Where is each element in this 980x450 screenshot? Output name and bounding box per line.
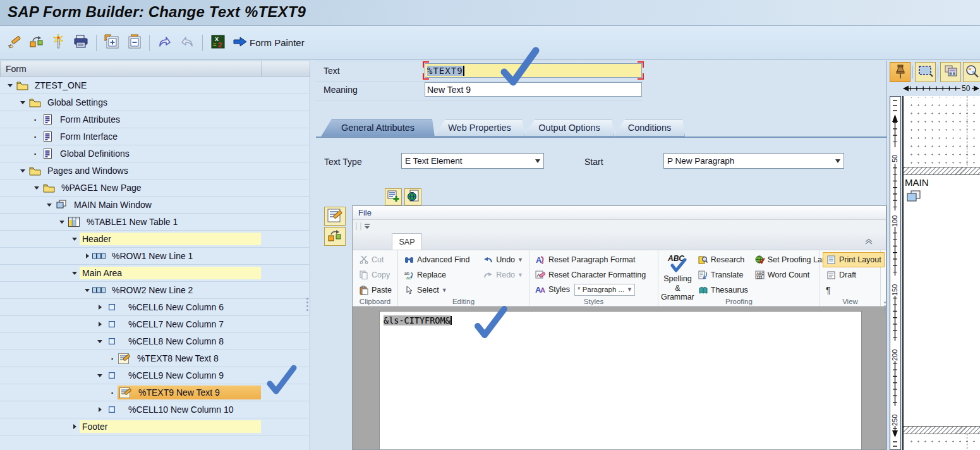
magic-wand-button[interactable] xyxy=(49,33,68,52)
cut-button[interactable]: Cut xyxy=(355,252,395,267)
paragraph-style-combobox[interactable]: * Paragraph ...▼ xyxy=(574,284,635,296)
change-display-button[interactable] xyxy=(5,33,24,52)
meaning-field-label: Meaning xyxy=(324,85,358,95)
tree-item-header[interactable]: Header xyxy=(0,231,310,248)
thesaurus-button[interactable]: Thesaurus xyxy=(694,283,751,298)
copy-window-button[interactable] xyxy=(940,62,961,82)
text-editor-button[interactable] xyxy=(324,207,346,226)
expander-down-icon[interactable] xyxy=(82,285,92,295)
tab-conditions[interactable]: Conditions xyxy=(614,119,685,137)
expand-subtree-button[interactable] xyxy=(102,33,121,52)
pin-window-button[interactable] xyxy=(890,62,910,82)
expander-down-icon[interactable] xyxy=(5,80,15,90)
tree-item-form-attributes[interactable]: Form Attributes xyxy=(0,111,310,128)
html-preview-button[interactable] xyxy=(404,188,421,205)
meaning-input[interactable]: New Text 9 xyxy=(425,82,642,97)
advanced-find-button[interactable]: Advanced Find xyxy=(401,252,480,267)
expander-right-icon[interactable] xyxy=(82,251,92,261)
redo-button[interactable] xyxy=(178,33,197,52)
expander-down-icon[interactable] xyxy=(18,97,28,107)
form-painter-preview: 50 50 100 150 200 250 xyxy=(888,61,980,450)
expander-down-icon[interactable] xyxy=(95,336,105,346)
expander-down-icon[interactable] xyxy=(70,234,80,244)
cell-icon xyxy=(105,336,119,347)
styles-icon: AA xyxy=(535,284,546,295)
expander-right-icon[interactable] xyxy=(95,404,105,415)
expander-right-icon[interactable] xyxy=(95,319,105,329)
graphical-editor-button[interactable] xyxy=(324,227,346,246)
print-layout-button[interactable]: Print Layout xyxy=(823,252,885,267)
tree-item-ztest-one[interactable]: ZTEST_ONE xyxy=(0,77,310,94)
redo-ribbon-button[interactable]: Redo▼ xyxy=(480,267,526,283)
check-form-button[interactable]: X=2 xyxy=(209,33,227,52)
content-splitter-handle[interactable] xyxy=(883,297,886,319)
tree-item-footer[interactable]: Footer xyxy=(0,418,310,435)
styles-button[interactable]: AAStyles xyxy=(532,282,572,297)
expander-down-icon[interactable] xyxy=(18,166,28,176)
tree-item-cell6[interactable]: %CELL6 New Column 6 xyxy=(0,299,310,316)
tree-item-page1[interactable]: %PAGE1 New Page xyxy=(0,179,310,197)
undo-ribbon-button[interactable]: Undo▼ xyxy=(480,252,526,267)
expander-down-icon[interactable] xyxy=(70,268,80,278)
text-type-dropdown[interactable]: E Text Element xyxy=(401,153,544,169)
tree-item-cell8[interactable]: %CELL8 New Column 8 xyxy=(0,333,310,350)
globe-document-icon xyxy=(407,190,420,204)
customize-qat-icon[interactable] xyxy=(356,222,372,230)
reset-paragraph-format-button[interactable]: AReset Paragraph Format xyxy=(532,252,649,267)
tree-splitter-handle[interactable] xyxy=(306,293,309,315)
expander-right-icon[interactable] xyxy=(70,422,80,432)
top-margin-hatch xyxy=(904,167,980,175)
tree-item-global-definitions[interactable]: Global Definitions xyxy=(0,145,310,162)
expander-down-icon[interactable] xyxy=(57,217,67,227)
navigate-nodes-button[interactable] xyxy=(27,33,46,52)
chevron-down-icon: ▼ xyxy=(627,286,632,293)
selected-row-highlight[interactable]: %TEXT9 New Text 9 xyxy=(118,386,261,399)
collapse-subtree-button[interactable] xyxy=(124,33,143,52)
insert-field-button[interactable] xyxy=(385,188,402,205)
file-menu[interactable]: File xyxy=(358,208,372,217)
tree-item-table1[interactable]: %TABLE1 New Table 1 xyxy=(0,214,310,231)
tree-item-form-interface[interactable]: Form Interface xyxy=(0,128,310,145)
tree-item-text9-selected[interactable]: %TEXT9 New Text 9 xyxy=(0,384,310,401)
tree-item-cell9[interactable]: %CELL9 New Column 9 xyxy=(0,367,310,384)
tree-item-text8[interactable]: %TEXT8 New Text 8 xyxy=(0,350,310,367)
zoom-button[interactable] xyxy=(963,62,980,82)
tree-item-main-window[interactable]: MAIN Main Window xyxy=(0,197,310,214)
form-painter-button[interactable]: Form Painter xyxy=(231,33,307,52)
spelling-grammar-button[interactable]: ABC Spelling & Grammar xyxy=(661,252,694,295)
tab-output-options[interactable]: Output Options xyxy=(524,119,614,137)
reset-character-formatting-button[interactable]: A3Reset Character Formatting xyxy=(532,267,649,283)
copy-button[interactable]: Copy xyxy=(355,267,395,283)
editor-document-area[interactable]: &ls-CITYFROM& xyxy=(353,307,886,450)
paste-button[interactable]: Paste xyxy=(355,283,395,298)
research-button[interactable]: Research xyxy=(694,252,751,267)
expander-right-icon[interactable] xyxy=(95,302,105,312)
tree-item-pages-and-windows[interactable]: Pages and Windows xyxy=(0,162,310,179)
tab-general-attributes[interactable]: General Attributes xyxy=(321,119,435,137)
document-text[interactable]: &ls-CITYFROM& xyxy=(384,315,452,325)
start-dropdown[interactable]: P New Paragraph xyxy=(663,153,844,169)
expander-down-icon[interactable] xyxy=(32,183,42,193)
expander-down-icon[interactable] xyxy=(44,200,54,210)
select-button[interactable]: Select▼ xyxy=(401,283,480,298)
tree-item-cell7[interactable]: %CELL7 New Column 7 xyxy=(0,316,310,333)
replace-button[interactable]: abacReplace xyxy=(401,267,480,283)
collapse-ribbon-icon[interactable] xyxy=(864,237,873,246)
tree-item-row1[interactable]: %ROW1 New Line 1 xyxy=(0,248,310,265)
draft-button[interactable]: Draft xyxy=(823,267,885,283)
ribbon-tab-sap[interactable]: SAP xyxy=(392,233,422,250)
tree-item-row2[interactable]: %ROW2 New Line 2 xyxy=(0,282,310,299)
tree-item-main-area[interactable]: Main Area xyxy=(0,265,310,282)
page-preview[interactable]: MAIN xyxy=(902,96,980,450)
tree-item-global-settings[interactable]: Global Settings xyxy=(0,94,310,111)
undo-button[interactable] xyxy=(155,33,174,52)
translate-button[interactable]: aTranslate xyxy=(694,267,751,283)
tree-item-cell10[interactable]: %CELL10 New Column 10 xyxy=(0,401,310,418)
show-formatting-marks-button[interactable]: ¶ xyxy=(823,283,885,298)
tab-web-properties[interactable]: Web Properties xyxy=(435,119,524,137)
document-page[interactable]: &ls-CITYFROM& xyxy=(380,312,861,450)
printer-button[interactable] xyxy=(71,33,90,52)
text-input[interactable]: %TEXT9 xyxy=(425,63,642,78)
select-area-button[interactable] xyxy=(915,62,936,82)
expander-down-icon[interactable] xyxy=(95,370,105,380)
